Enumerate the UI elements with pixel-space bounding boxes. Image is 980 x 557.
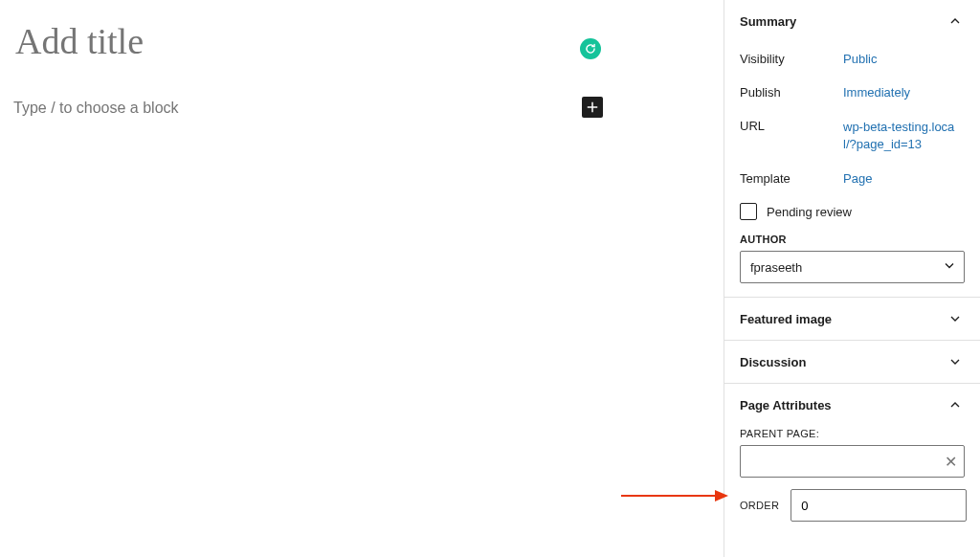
panel-featured-image-toggle[interactable]: Featured image: [724, 298, 980, 340]
pending-review-label: Pending review: [767, 205, 852, 219]
panel-discussion-title: Discussion: [740, 355, 806, 369]
panel-page-attributes-toggle[interactable]: Page Attributes: [724, 384, 980, 426]
block-placeholder[interactable]: Type / to choose a block: [13, 100, 179, 117]
panel-page-attributes: Page Attributes PARENT PAGE: ✕ ORDER: [724, 384, 980, 535]
panel-discussion: Discussion: [724, 341, 980, 384]
parent-page-input[interactable]: [741, 446, 937, 477]
row-order: ORDER: [740, 489, 965, 522]
chevron-up-icon: [946, 11, 965, 31]
url-label: URL: [740, 119, 843, 133]
panel-featured-image-title: Featured image: [740, 312, 832, 326]
row-template: Template Page: [740, 162, 965, 195]
panel-discussion-toggle[interactable]: Discussion: [724, 341, 980, 383]
parent-page-label: PARENT PAGE:: [740, 426, 965, 445]
settings-sidebar: Summary Visibility Public Publish Immedi…: [724, 0, 980, 557]
visibility-value[interactable]: Public: [843, 52, 965, 66]
grammarly-icon[interactable]: [580, 38, 601, 59]
post-title-input[interactable]: [13, 19, 553, 63]
add-block-button[interactable]: [582, 97, 603, 118]
template-label: Template: [740, 171, 843, 186]
publish-value[interactable]: Immediately: [843, 85, 965, 100]
author-section-label: AUTHOR: [740, 232, 965, 251]
visibility-label: Visibility: [740, 52, 843, 66]
panel-summary-body: Visibility Public Publish Immediately UR…: [724, 42, 980, 297]
row-visibility: Visibility Public: [740, 42, 965, 76]
clear-icon[interactable]: ✕: [937, 446, 964, 477]
panel-page-attributes-body: PARENT PAGE: ✕ ORDER: [724, 426, 980, 535]
panel-summary-toggle[interactable]: Summary: [724, 0, 980, 42]
panel-summary: Summary Visibility Public Publish Immedi…: [724, 0, 980, 298]
panel-featured-image: Featured image: [724, 298, 980, 341]
editor-canvas: Type / to choose a block: [0, 0, 724, 557]
author-select[interactable]: [740, 251, 965, 283]
row-publish: Publish Immediately: [740, 76, 965, 109]
panel-page-attributes-title: Page Attributes: [740, 398, 832, 412]
chevron-up-icon: [946, 395, 965, 414]
panel-summary-title: Summary: [740, 14, 796, 29]
chevron-down-icon: [946, 309, 965, 328]
order-input[interactable]: [791, 489, 967, 522]
template-value[interactable]: Page: [843, 171, 965, 186]
plus-icon: [584, 99, 601, 116]
order-label: ORDER: [740, 500, 779, 511]
publish-label: Publish: [740, 85, 843, 100]
row-pending-review: Pending review: [740, 195, 965, 232]
parent-page-combobox[interactable]: ✕: [740, 445, 965, 478]
row-url: URL wp-beta-testing.local/?page_id=13: [740, 109, 965, 162]
annotation-arrow: [621, 488, 728, 503]
pending-review-checkbox[interactable]: [740, 203, 757, 220]
url-value[interactable]: wp-beta-testing.local/?page_id=13: [843, 119, 965, 152]
author-select-wrap: [740, 251, 965, 283]
chevron-down-icon: [946, 352, 965, 371]
